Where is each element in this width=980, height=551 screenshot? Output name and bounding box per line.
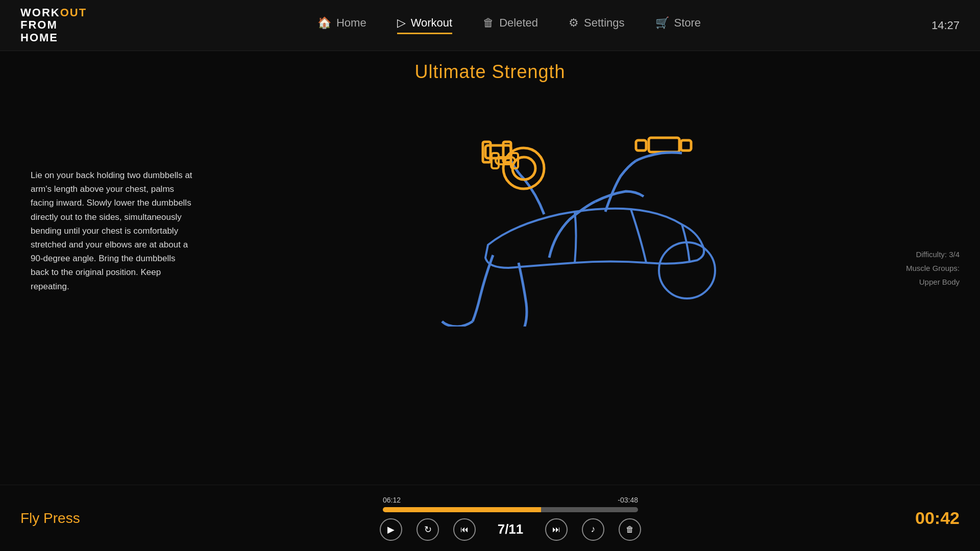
replay-button[interactable]: ↻ <box>416 518 439 541</box>
player-controls: 06:12 -03:48 ▶ ↻ ⏮ 7/11 ⏭ ♪ 🗑 <box>163 496 857 541</box>
remaining-time: -03:48 <box>618 496 638 504</box>
app-logo: WORKOUT FROM HOME <box>20 7 87 44</box>
delete-button[interactable]: 🗑 <box>619 518 641 541</box>
progress-time-row: 06:12 -03:48 <box>383 496 638 504</box>
nav-workout[interactable]: ▷ Workout <box>397 16 453 34</box>
exercise-name-label: Fly Press <box>20 510 163 527</box>
bottom-player-bar: Fly Press 06:12 -03:48 ▶ ↻ ⏮ 7/11 ⏭ ♪ 🗑 … <box>0 485 980 551</box>
svg-point-4 <box>503 148 544 189</box>
progress-track[interactable] <box>383 507 638 512</box>
exercise-description: Lie on your back holding two dumbbells a… <box>31 168 194 293</box>
svg-rect-8 <box>681 140 691 151</box>
nav-home[interactable]: 🏠 Home <box>317 16 366 34</box>
nav-store[interactable]: 🛒 Store <box>655 16 701 34</box>
logo-from: FROM <box>20 19 87 31</box>
muscle-groups-label: Muscle Groups: <box>906 261 960 275</box>
svg-rect-7 <box>649 138 679 152</box>
nav-deleted[interactable]: 🗑 Deleted <box>483 16 538 34</box>
play-button[interactable]: ▶ <box>380 518 402 541</box>
exercise-illustration <box>386 82 733 327</box>
deleted-icon: 🗑 <box>483 16 494 30</box>
meta-info: Difficulty: 3/4 Muscle Groups: Upper Bod… <box>906 247 960 289</box>
logo-work: WORK <box>20 6 60 19</box>
main-nav: 🏠 Home ▷ Workout 🗑 Deleted ⚙ Settings 🛒 … <box>317 16 701 34</box>
nav-home-label: Home <box>336 16 366 30</box>
exercise-counter: 7/11 <box>490 521 531 537</box>
progress-bar-wrapper: 06:12 -03:48 <box>383 496 638 512</box>
header: WORKOUT FROM HOME 🏠 Home ▷ Workout 🗑 Del… <box>0 0 980 51</box>
svg-rect-6 <box>636 140 646 151</box>
nav-workout-label: Workout <box>411 16 453 30</box>
workout-icon: ▷ <box>397 16 406 30</box>
current-time: 06:12 <box>383 496 401 504</box>
home-icon: 🏠 <box>317 16 331 30</box>
nav-settings-label: Settings <box>584 16 625 30</box>
difficulty-label: Difficulty: 3/4 <box>906 247 960 261</box>
prev-button[interactable]: ⏮ <box>453 518 476 541</box>
music-button[interactable]: ♪ <box>582 518 604 541</box>
workout-title: Ultimate Strength <box>414 61 565 83</box>
logo-out: OUT <box>60 6 87 19</box>
logo-home: HOME <box>20 32 87 44</box>
progress-empty <box>541 507 638 512</box>
system-time: 14:27 <box>932 19 960 32</box>
nav-settings[interactable]: ⚙ Settings <box>569 16 625 34</box>
progress-filled <box>383 507 541 512</box>
main-content: Ultimate Strength Lie on your back holdi… <box>0 51 980 485</box>
next-button[interactable]: ⏭ <box>545 518 568 541</box>
nav-store-label: Store <box>674 16 701 30</box>
muscle-group-value: Upper Body <box>906 275 960 289</box>
nav-deleted-label: Deleted <box>499 16 538 30</box>
playback-controls: ▶ ↻ ⏮ 7/11 ⏭ ♪ 🗑 <box>380 518 641 541</box>
settings-icon: ⚙ <box>569 16 579 30</box>
store-icon: 🛒 <box>655 16 669 30</box>
exercise-timer: 00:42 <box>857 508 960 528</box>
svg-point-0 <box>659 242 715 298</box>
